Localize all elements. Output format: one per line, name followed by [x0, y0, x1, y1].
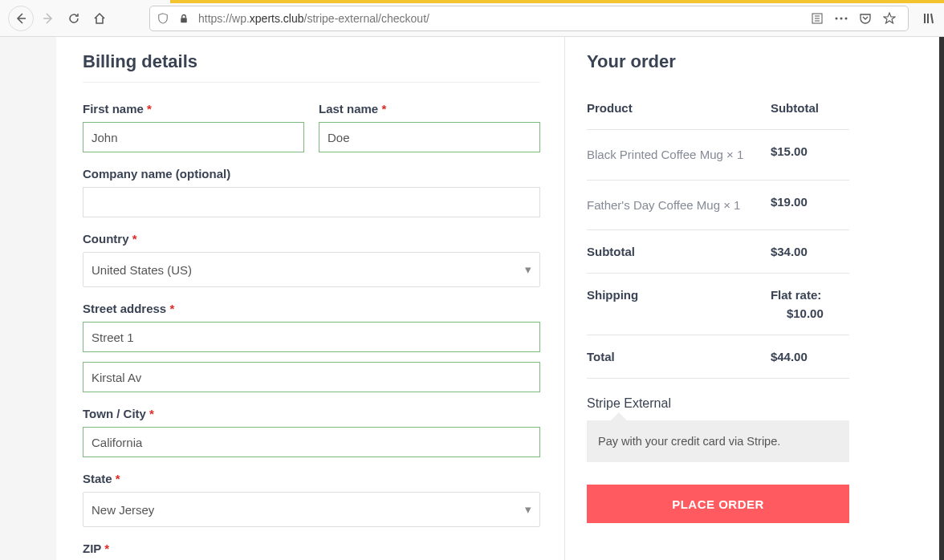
- subtotal-header: Subtotal: [771, 87, 849, 130]
- svg-point-9: [845, 17, 848, 19]
- street1-field[interactable]: [83, 322, 540, 352]
- company-label: Company name (optional): [83, 167, 540, 181]
- order-table: Product Subtotal Black Printed Coffee Mu…: [587, 87, 849, 379]
- reload-button[interactable]: [63, 7, 85, 30]
- billing-title: Billing details: [83, 51, 540, 72]
- more-icon[interactable]: [834, 11, 848, 26]
- star-icon[interactable]: [882, 11, 897, 26]
- home-icon: [93, 12, 106, 25]
- country-label: Country *: [83, 232, 540, 246]
- first-name-field[interactable]: [83, 122, 304, 152]
- street2-field[interactable]: [83, 362, 540, 392]
- shipping-row: Shipping Flat rate: $10.00: [587, 274, 849, 335]
- library-sidebar-edge[interactable]: [939, 37, 944, 560]
- order-title: Your order: [587, 51, 849, 72]
- chevron-down-icon: ▾: [525, 262, 531, 277]
- svg-point-7: [836, 17, 838, 19]
- svg-rect-2: [181, 18, 187, 22]
- total-row: Total $44.00: [587, 335, 849, 379]
- country-select[interactable]: United States (US) ▾: [83, 252, 540, 287]
- home-button[interactable]: [88, 7, 111, 30]
- state-select[interactable]: New Jersey ▾: [83, 492, 540, 527]
- url-bar[interactable]: https://wp.xperts.club/stripe-external/c…: [149, 6, 909, 31]
- lock-icon: [177, 12, 190, 25]
- url-text: https://wp.xperts.club/stripe-external/c…: [198, 12, 802, 25]
- shield-icon: [157, 12, 169, 25]
- billing-form: Billing details First name * Last name *…: [83, 37, 564, 560]
- forward-button: [37, 7, 59, 30]
- svg-line-12: [931, 14, 933, 23]
- table-row: Father's Day Coffee Mug × 1 $19.00: [587, 180, 849, 230]
- subtotal-row: Subtotal $34.00: [587, 230, 849, 274]
- city-label: Town / City *: [83, 407, 540, 420]
- first-name-label: First name *: [83, 102, 304, 116]
- last-name-field[interactable]: [319, 122, 540, 152]
- reader-mode-icon[interactable]: [810, 11, 824, 26]
- city-field[interactable]: [83, 427, 540, 457]
- svg-point-8: [840, 17, 843, 19]
- chevron-down-icon: ▾: [525, 502, 531, 517]
- payment-method-label: Stripe External: [587, 396, 849, 411]
- arrow-right-icon: [42, 12, 55, 25]
- library-icon[interactable]: [922, 11, 936, 26]
- pocket-icon[interactable]: [858, 11, 873, 26]
- browser-toolbar: https://wp.xperts.club/stripe-external/c…: [0, 0, 944, 37]
- zip-label: ZIP *: [83, 542, 540, 555]
- table-row: Black Printed Coffee Mug × 1 $15.00: [587, 130, 849, 181]
- arrow-left-icon: [14, 12, 27, 25]
- reload-icon: [67, 12, 80, 25]
- state-label: State *: [83, 472, 540, 485]
- product-header: Product: [587, 87, 771, 130]
- place-order-button[interactable]: PLACE ORDER: [587, 485, 849, 523]
- back-button[interactable]: [8, 6, 34, 31]
- company-field[interactable]: [83, 187, 540, 217]
- street-label: Street address *: [83, 302, 540, 315]
- order-summary: Your order Product Subtotal Black Printe…: [564, 37, 869, 560]
- payment-description: Pay with your credit card via Stripe.: [587, 420, 849, 462]
- last-name-label: Last name *: [319, 102, 540, 116]
